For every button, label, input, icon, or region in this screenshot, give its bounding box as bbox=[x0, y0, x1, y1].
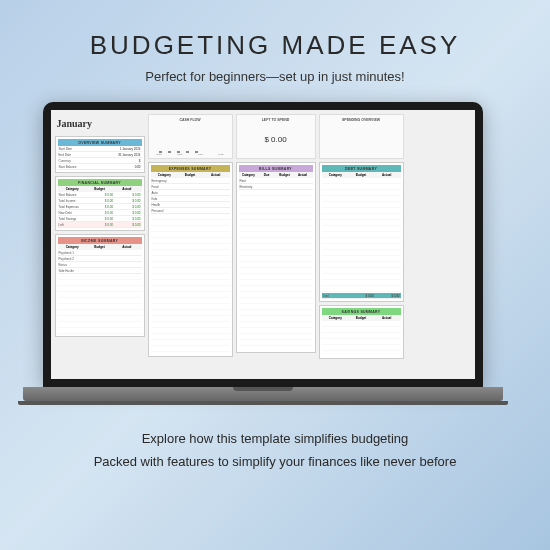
label: Bonus bbox=[59, 263, 86, 267]
spending-chart: SPENDING OVERVIEW bbox=[319, 114, 404, 159]
value: $ 0.00 bbox=[348, 294, 374, 298]
footer: Explore how this template simplifies bud… bbox=[94, 427, 457, 474]
expenses-panel: EXPENSES SUMMARY CategoryBudgetActual Em… bbox=[148, 162, 233, 357]
label: Paycheck 1 bbox=[59, 251, 86, 255]
laptop-base bbox=[23, 387, 503, 401]
label: Electricity bbox=[240, 185, 258, 189]
value: 31 January 2024 bbox=[100, 153, 141, 157]
value: $ 0.00 bbox=[113, 205, 140, 209]
screen-bezel: January OVERVIEW SUMMARY Start Date1 Jan… bbox=[43, 102, 483, 387]
bills-panel: BILLS SUMMARY CategoryDueBudgetActual Re… bbox=[236, 162, 316, 353]
overview-header: OVERVIEW SUMMARY bbox=[58, 139, 142, 146]
hero-title: BUDGETING MADE EASY bbox=[90, 30, 461, 61]
label: Left bbox=[59, 223, 86, 227]
savings-header: SAVINGS SUMMARY bbox=[322, 308, 401, 315]
overview-panel: OVERVIEW SUMMARY Start Date1 January 202… bbox=[55, 136, 145, 173]
bills-header: BILLS SUMMARY bbox=[239, 165, 313, 172]
value: $ 0.00 bbox=[86, 205, 113, 209]
axis: 0.00 bbox=[157, 153, 162, 156]
col: Category bbox=[323, 316, 349, 320]
col: Budget bbox=[86, 245, 113, 249]
col: Budget bbox=[276, 173, 294, 177]
laptop-foot bbox=[18, 401, 508, 405]
financial-header: FINANCIAL SUMMARY bbox=[58, 179, 142, 186]
col: Actual bbox=[203, 173, 229, 177]
label: Total bbox=[323, 294, 349, 298]
label: Total Income bbox=[59, 199, 86, 203]
big-value: $ 0.00 bbox=[239, 123, 313, 156]
axis: 0.00 bbox=[219, 153, 224, 156]
footer-line2: Packed with features to simplify your fi… bbox=[94, 450, 457, 473]
laptop-mockup: January OVERVIEW SUMMARY Start Date1 Jan… bbox=[43, 102, 508, 405]
income-header: INCOME SUMMARY bbox=[58, 237, 142, 244]
col: Actual bbox=[374, 316, 400, 320]
financial-panel: FINANCIAL SUMMARY CategoryBudgetActual S… bbox=[55, 176, 145, 231]
value: $ 0.00 bbox=[113, 217, 140, 221]
value: $ 0.00 bbox=[86, 217, 113, 221]
col: Budget bbox=[177, 173, 203, 177]
label: Auto bbox=[152, 191, 178, 195]
col: Category bbox=[323, 173, 349, 177]
label: New Debt bbox=[59, 211, 86, 215]
spreadsheet-screen: January OVERVIEW SUMMARY Start Date1 Jan… bbox=[51, 110, 475, 379]
value: $ 0.00 bbox=[86, 193, 113, 197]
value: $ 0.00 bbox=[113, 211, 140, 215]
month-title: January bbox=[55, 114, 145, 133]
value: $ 0.00 bbox=[113, 193, 140, 197]
value: $ 0.00 bbox=[113, 199, 140, 203]
value: 0.00 bbox=[100, 165, 141, 169]
hero-subtitle: Perfect for beginners—set up in just min… bbox=[145, 69, 404, 84]
value: $ bbox=[100, 159, 141, 163]
label: End Date bbox=[59, 153, 100, 157]
label: Start Balance bbox=[59, 193, 86, 197]
label: Health bbox=[152, 203, 178, 207]
value: $ 0.00 bbox=[86, 211, 113, 215]
debt-panel: DEBT SUMMARY CategoryBudgetActual Total$… bbox=[319, 162, 404, 302]
col: Budget bbox=[348, 173, 374, 177]
col: Actual bbox=[374, 173, 400, 177]
expenses-header: EXPENSES SUMMARY bbox=[151, 165, 230, 172]
value: 1 January 2024 bbox=[100, 147, 141, 151]
label: Rent bbox=[240, 179, 258, 183]
label: Food bbox=[152, 185, 178, 189]
label: Personal bbox=[152, 209, 178, 213]
footer-line1: Explore how this template simplifies bud… bbox=[94, 427, 457, 450]
cashflow-chart: CASH FLOW 0.000.000.000.00 bbox=[148, 114, 233, 159]
income-panel: INCOME SUMMARY CategoryBudgetActual Payc… bbox=[55, 234, 145, 337]
label: Total Savings bbox=[59, 217, 86, 221]
label: Currency bbox=[59, 159, 100, 163]
label: Side Hustle bbox=[59, 269, 86, 273]
col: Actual bbox=[294, 173, 312, 177]
axis: 0.00 bbox=[177, 153, 182, 156]
col: Actual bbox=[113, 245, 140, 249]
value: $ 0.00 bbox=[86, 199, 113, 203]
col: Category bbox=[59, 187, 86, 191]
chart-title: SPENDING OVERVIEW bbox=[322, 117, 401, 123]
col: Due bbox=[258, 173, 276, 177]
col: Category bbox=[59, 245, 86, 249]
value: $ 0.00 bbox=[113, 223, 140, 227]
label: Start Date bbox=[59, 147, 100, 151]
col: Category bbox=[240, 173, 258, 177]
col: Actual bbox=[113, 187, 140, 191]
label: Start Balance bbox=[59, 165, 100, 169]
value: $ 0.00 bbox=[86, 223, 113, 227]
debt-header: DEBT SUMMARY bbox=[322, 165, 401, 172]
label: Kids bbox=[152, 197, 178, 201]
axis: 0.00 bbox=[198, 153, 203, 156]
label: Paycheck 2 bbox=[59, 257, 86, 261]
col: Category bbox=[152, 173, 178, 177]
col: Budget bbox=[348, 316, 374, 320]
label: Total Expenses bbox=[59, 205, 86, 209]
col: Budget bbox=[86, 187, 113, 191]
value: $ 0.00 bbox=[374, 294, 400, 298]
savings-panel: SAVINGS SUMMARY CategoryBudgetActual bbox=[319, 305, 404, 359]
lefttospend-panel: LEFT TO SPEND $ 0.00 bbox=[236, 114, 316, 159]
label: Emergency bbox=[152, 179, 178, 183]
